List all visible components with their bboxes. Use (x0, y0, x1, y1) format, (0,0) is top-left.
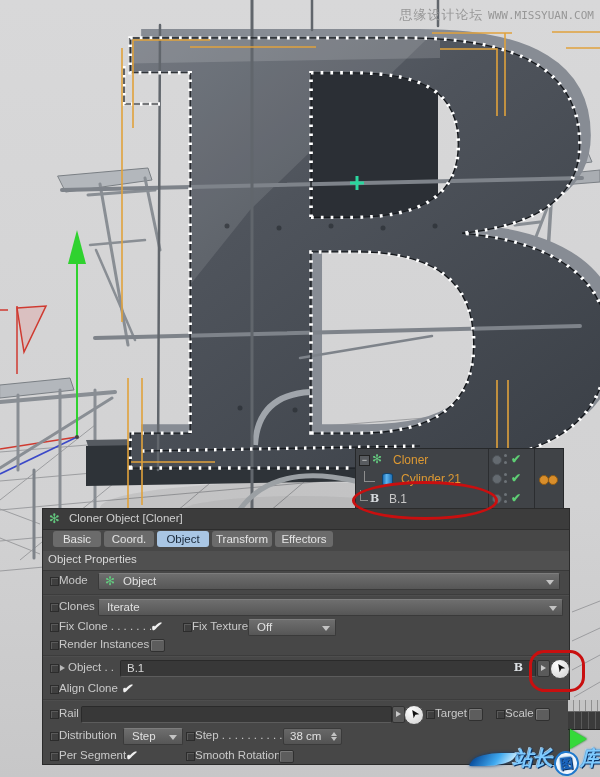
visibility-dot-icon[interactable] (504, 461, 507, 464)
row-object: Object . . B.1 B ➤ (43, 659, 569, 677)
row-distribution: Distribution Step Step . . . . . . . . .… (43, 727, 569, 745)
timeline-ruler[interactable] (568, 700, 600, 711)
expand-caret-icon[interactable] (60, 665, 65, 671)
divider (43, 699, 569, 701)
chevron-down-icon (549, 606, 557, 611)
step-spinner[interactable]: 38 cm (283, 728, 342, 745)
cinema4d-window: B (0, 0, 600, 777)
section-object-properties: Object Properties (43, 551, 569, 571)
param-dot[interactable] (186, 752, 195, 761)
chevron-down-icon (169, 735, 177, 740)
chevron-down-icon (546, 580, 554, 585)
layer-dot-icon[interactable] (492, 455, 502, 465)
mode-label: Mode (59, 574, 88, 586)
expander-icon[interactable]: − (359, 455, 370, 466)
tab-transform[interactable]: Transform (212, 531, 272, 547)
divider (43, 594, 569, 596)
row-render-instances: Render Instances (43, 636, 569, 654)
tab-object[interactable]: Object (157, 531, 209, 547)
layer-dot-icon[interactable] (492, 474, 502, 484)
watermark-suffix: 库 (580, 747, 600, 769)
param-dot[interactable] (183, 623, 192, 632)
attribute-tabs: Basic Coord. Object Transform Effectors (43, 530, 569, 550)
om-object-name[interactable]: Cloner (393, 453, 428, 467)
param-dot[interactable] (496, 710, 505, 719)
pick-rail-button[interactable]: ➤ (404, 705, 424, 725)
timeline-band[interactable] (568, 711, 600, 730)
visibility-dot-icon[interactable] (504, 454, 507, 457)
target-checkbox[interactable] (468, 708, 483, 721)
param-dot[interactable] (426, 710, 435, 719)
clones-label: Clones (59, 600, 95, 612)
fix-texture-label: Fix Texture (192, 620, 248, 632)
divider (43, 655, 569, 657)
row-fix: Fix Clone . . . . . . . ✔ Fix Texture Of… (43, 618, 569, 636)
visibility-dot-icon[interactable] (504, 500, 507, 503)
rail-link-field[interactable] (81, 706, 392, 723)
param-dot[interactable] (50, 623, 59, 632)
row-clones: Clones Iterate (43, 598, 569, 616)
spin-up-icon[interactable] (331, 732, 337, 736)
enabled-check-icon[interactable]: ✔ (511, 491, 521, 505)
enabled-check-icon[interactable]: ✔ (511, 471, 521, 485)
render-instances-label: Render Instances (59, 638, 149, 650)
distribution-dropdown[interactable]: Step (123, 728, 183, 745)
object-link-label: Object . . (68, 661, 114, 673)
tree-elbow (364, 471, 375, 482)
visibility-dot-icon[interactable] (504, 480, 507, 483)
chevron-down-icon (322, 626, 330, 631)
visibility-dot-icon[interactable] (504, 493, 507, 496)
row-align-clone: Align Clone ✔ (43, 680, 569, 698)
cloner-icon: ✻ (49, 511, 60, 526)
align-clone-checkbox[interactable]: ✔ (121, 681, 132, 696)
fix-texture-dropdown[interactable]: Off (248, 619, 336, 636)
tab-effectors[interactable]: Effectors (275, 531, 333, 547)
om-row-cloner[interactable]: − ✻ Cloner ✔ (356, 450, 563, 469)
row-rail: Rail ➤ Target Scale (43, 705, 569, 723)
spline-text-icon: B (514, 661, 523, 674)
param-dot[interactable] (50, 577, 59, 586)
cursor-icon: ➤ (407, 706, 423, 721)
visibility-dot-icon[interactable] (504, 473, 507, 476)
param-dot[interactable] (50, 752, 59, 761)
fix-clone-checkbox[interactable]: ✔ (150, 619, 161, 634)
enabled-check-icon[interactable]: ✔ (511, 452, 521, 466)
param-dot[interactable] (186, 732, 195, 741)
param-dot[interactable] (50, 603, 59, 612)
smooth-rotation-checkbox[interactable] (279, 750, 294, 763)
attribute-header: ✻ Cloner Object [Cloner] (43, 509, 569, 530)
render-instances-checkbox[interactable] (150, 639, 165, 652)
watermark-zhanzhang: 站长图库 (473, 745, 600, 776)
per-segment-checkbox[interactable]: ✔ (125, 748, 136, 763)
attribute-title: Cloner Object [Cloner] (69, 512, 183, 524)
cloner-icon: ✻ (105, 574, 115, 588)
param-dot[interactable] (50, 664, 59, 673)
annotation-circle-pick-button (529, 650, 585, 692)
param-dot[interactable] (50, 710, 59, 719)
watermark-prefix: 站长 (513, 747, 553, 769)
param-dot[interactable] (50, 685, 59, 694)
fix-clone-label: Fix Clone . . . . . . . (59, 620, 152, 632)
param-dot[interactable] (50, 641, 59, 650)
attribute-manager: ✻ Cloner Object [Cloner] Basic Coord. Ob… (42, 508, 570, 765)
align-clone-label: Align Clone (59, 682, 118, 694)
tab-basic[interactable]: Basic (53, 531, 101, 547)
smooth-rotation-label: Smooth Rotation (195, 749, 281, 761)
scale-checkbox[interactable] (535, 708, 550, 721)
scale-label: Scale (505, 707, 534, 719)
spin-down-icon[interactable] (331, 737, 337, 741)
distribution-label: Distribution (59, 729, 117, 741)
watermark-missyuan: 思缘设计论坛 WWW.MISSYUAN.COM (400, 5, 594, 24)
param-dot[interactable] (50, 732, 59, 741)
cloner-icon: ✻ (372, 452, 382, 466)
flame-swoosh-icon (469, 753, 518, 766)
mode-dropdown[interactable]: ✻ Object (98, 573, 560, 590)
tag-dot-icon[interactable] (548, 475, 558, 485)
row-mode: Mode ✻ Object (43, 572, 569, 590)
annotation-ellipse-b1 (352, 481, 498, 520)
clones-dropdown[interactable]: Iterate (98, 599, 563, 616)
tab-coord[interactable]: Coord. (104, 531, 154, 547)
watermark-badge-icon: 图 (552, 749, 580, 777)
target-label: Target (435, 707, 467, 719)
object-link-field[interactable]: B.1 B (120, 660, 536, 677)
